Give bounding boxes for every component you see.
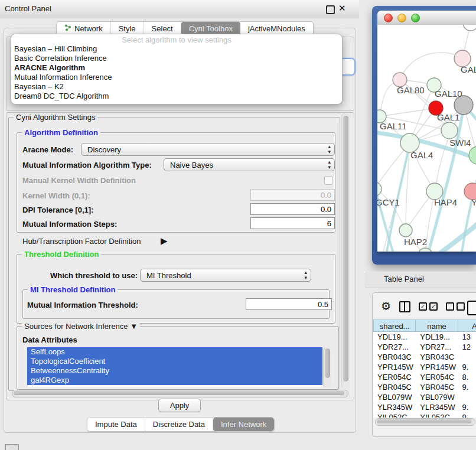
column-header[interactable]: name [416, 319, 458, 332]
tab-infer-network[interactable]: Infer Network [213, 418, 274, 431]
mi-steps-field[interactable]: 6 [250, 217, 335, 229]
algorithm-option[interactable]: Dream8 DC_TDC Algorithm [11, 92, 342, 101]
network-edge [380, 108, 436, 116]
table-row[interactable]: YER054CYER054C8. [373, 372, 476, 382]
control-panel-titlebar: Control Panel ✕ [0, 0, 359, 18]
docked-panel-icon[interactable] [5, 444, 19, 450]
data-attributes-list[interactable]: SelfLoopsTopologicalCoefficientBetweenne… [27, 347, 322, 387]
network-node[interactable] [463, 25, 476, 31]
which-threshold-label: Which threshold to use: [50, 271, 138, 280]
float-panel-icon[interactable] [326, 5, 335, 14]
manual-kernel-checkbox[interactable] [324, 176, 333, 185]
attribute-item[interactable]: TopologicalCoefficient [27, 357, 322, 366]
network-window-titlebar[interactable] [377, 11, 476, 25]
network-node-label: GAL4 [410, 150, 433, 160]
function-builder-icon[interactable] [467, 301, 476, 315]
panel-title: Control Panel [5, 4, 51, 13]
which-threshold-combo[interactable]: MI Threshold ▴▾ [140, 269, 311, 282]
table-cell: YDL19... [373, 332, 416, 342]
table-row[interactable]: YPR145WYPR145W9. [373, 362, 476, 372]
kernel-width-field[interactable]: 0.0 [250, 189, 335, 201]
attribute-item[interactable]: BetweennessCentrality [27, 366, 322, 376]
table-row[interactable]: YLR345WYLR345W9. [373, 402, 476, 412]
apply-button[interactable]: Apply [158, 399, 201, 412]
network-canvas[interactable]: GALGAL80GAL10GAL1SWI4GAL11GAL4GCY1HAP4YH… [377, 25, 476, 252]
tab-impute-data[interactable]: Impute Data [87, 418, 145, 431]
close-window-icon[interactable] [384, 14, 393, 22]
table-cell: YDL19... [416, 332, 458, 342]
network-node-label: GAL [461, 64, 476, 74]
algorithm-option[interactable]: Bayesian – K2 [11, 82, 342, 92]
stepper-icon: ▴▾ [304, 270, 307, 281]
algorithm-option[interactable]: ARACNE Algorithm [11, 63, 342, 73]
attribute-item[interactable]: gal4RGexp [27, 376, 322, 385]
table-horizontal-scrollbar[interactable] [375, 418, 475, 426]
table-row[interactable]: YBL079WYBL079W [373, 392, 476, 402]
gear-icon[interactable]: ⚙ [381, 301, 391, 312]
algorithm-popup-list: Bayesian – Hill ClimbingBasic Correlatio… [11, 44, 342, 101]
table-row[interactable]: YBR043CYBR043C [373, 352, 476, 362]
table-cell: YIL052C [373, 412, 416, 418]
select-all-columns-icon[interactable]: ✓✓ [419, 302, 438, 311]
aracne-mode-combo[interactable]: Discovery ▴▾ [81, 143, 335, 156]
deselect-all-columns-icon[interactable] [446, 302, 465, 311]
table-toolbar: ⚙ ✓✓ [373, 298, 476, 315]
algorithm-option[interactable]: Bayesian – Hill Climbing [11, 44, 342, 54]
collapse-arrow-icon[interactable]: ▼ [130, 322, 138, 331]
close-icon[interactable]: ✕ [338, 3, 346, 14]
column-header[interactable]: shared... [373, 319, 416, 332]
table-cell: YDR27... [373, 342, 416, 352]
table-cell: 9. [458, 412, 476, 418]
table-cell: YER054C [416, 372, 458, 382]
tab-label: Select [152, 24, 173, 33]
table-row[interactable]: YDR27...YDR27...12 [373, 342, 476, 352]
mi-threshold-field[interactable]: 0.5 [246, 298, 332, 310]
column-header[interactable]: A [458, 319, 476, 332]
mi-type-label: Mutual Information Algorithm Type: [22, 161, 152, 169]
minimize-window-icon[interactable] [397, 14, 406, 22]
zoom-window-icon[interactable] [411, 14, 420, 22]
network-icon [64, 24, 71, 33]
table-cell: YPR145W [416, 362, 458, 372]
network-node-gcy1[interactable] [377, 182, 382, 196]
tab-label: Style [119, 24, 136, 33]
network-edge-highlighted [436, 223, 476, 252]
dpi-tolerance-field[interactable]: 0.0 [250, 203, 335, 215]
aracne-mode-label: Aracne Mode: [22, 145, 73, 154]
network-node[interactable] [469, 146, 476, 164]
table-row[interactable]: YIL052CYIL052C9. [373, 412, 476, 418]
network-view-window[interactable]: GALGAL80GAL10GAL1SWI4GAL11GAL4GCY1HAP4YH… [372, 6, 476, 265]
tab-label: jActiveMNodules [248, 24, 305, 33]
settings-horizontal-scrollbar[interactable] [12, 390, 348, 397]
kernel-width-label: Kernel Width (0,1): [22, 191, 90, 200]
table-header: shared...nameA [373, 319, 476, 332]
table-row[interactable]: YBR045CYBR045C9. [373, 382, 476, 392]
network-node-swi4[interactable] [441, 122, 458, 139]
table-cell: 9. [458, 402, 476, 412]
network-node-label: HAP4 [434, 197, 457, 207]
control-panel: Control Panel ✕ ▴▾ NetworkStyleSelectCyn… [0, 0, 359, 450]
tab-label: Cyni Toolbox [189, 24, 233, 33]
attribute-list-scrollbar[interactable] [323, 347, 331, 387]
table-cell: YDR27... [416, 342, 458, 352]
table-row[interactable]: YDL19...YDL19...13 [373, 332, 476, 342]
mi-type-combo[interactable]: Naive Bayes ▴▾ [164, 158, 335, 171]
network-node-hap2[interactable] [399, 224, 412, 237]
algorithm-option[interactable]: Mutual Information Inference [11, 73, 342, 82]
algorithm-option[interactable]: Basic Correlation Inference [11, 54, 342, 63]
network-node-label: SWI4 [449, 138, 471, 148]
hub-expand-arrow-icon[interactable]: ▶ [161, 236, 168, 246]
network-graph: GALGAL80GAL10GAL1SWI4GAL11GAL4GCY1HAP4YH… [377, 25, 476, 252]
attribute-item[interactable]: SelfLoops [27, 347, 322, 357]
network-node-label: GCY1 [377, 197, 400, 207]
columns-icon[interactable] [399, 301, 410, 312]
table-cell: 12 [458, 342, 476, 352]
settings-vertical-scrollbar[interactable] [341, 113, 350, 389]
table-cell: 13 [458, 332, 476, 342]
table-cell: YLR345W [373, 402, 416, 412]
mi-steps-label: Mutual Information Steps: [22, 220, 117, 229]
table-cell: 8. [458, 372, 476, 382]
network-node-label: GAL80 [397, 85, 425, 95]
algorithm-popup-placeholder: Select algorithm to view settings [11, 35, 342, 44]
tab-discretize-data[interactable]: Discretize Data [145, 418, 213, 431]
